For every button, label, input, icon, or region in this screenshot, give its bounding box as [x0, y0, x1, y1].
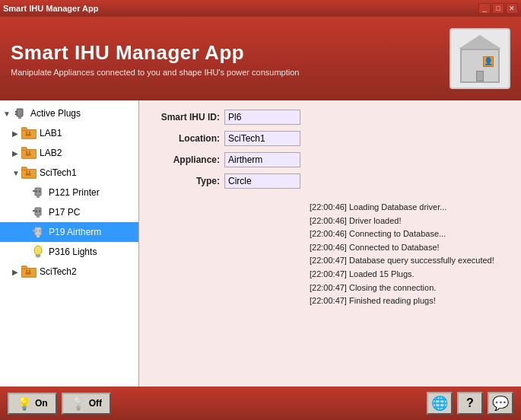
- svg-rect-13: [25, 154, 30, 156]
- title-bar-text: Smart IHU Manager App: [3, 4, 99, 13]
- bulb-svg: [30, 244, 46, 259]
- svg-rect-36: [37, 256, 40, 258]
- field-label-appliance: Appliance:: [151, 154, 220, 165]
- title-bar: Smart IHU Manager App _ □ ✕: [0, 0, 521, 17]
- left-panel: ▼ Active Plugs ▶: [0, 100, 139, 387]
- svg-rect-11: [26, 151, 27, 154]
- log-line-1: [22:00:46] Driver loaded!: [310, 215, 515, 228]
- p121-plug-icon: [30, 185, 46, 200]
- tree-lab2-label: LAB2: [40, 148, 62, 158]
- maximize-button[interactable]: □: [492, 3, 504, 14]
- tree-item-p17[interactable]: P17 PC: [0, 202, 138, 222]
- on-button[interactable]: 💡 On: [8, 393, 57, 415]
- active-plugs-icon: [12, 106, 27, 121]
- globe-icon: 🌐: [431, 395, 448, 412]
- minimize-button[interactable]: _: [478, 3, 491, 14]
- p316-bulb-icon: [30, 244, 46, 259]
- bottom-left-buttons: 💡 On 💡 Off: [8, 393, 111, 415]
- scitech1-folder-icon: [21, 165, 37, 180]
- bottom-right-icons: 🌐 ? 💬: [427, 392, 513, 415]
- svg-rect-10: [21, 148, 27, 151]
- help-icon: ?: [466, 396, 474, 410]
- app-title: Smart IHU Manager App: [11, 41, 299, 65]
- tree-lab1-label: LAB1: [40, 128, 62, 138]
- svg-line-38: [42, 246, 43, 247]
- svg-rect-21: [37, 196, 40, 198]
- tree-item-p121[interactable]: P121 Printer: [0, 183, 138, 202]
- tree-p17-label: P17 PC: [49, 207, 80, 218]
- svg-rect-7: [29, 131, 30, 134]
- title-bar-controls: _ □ ✕: [478, 3, 518, 14]
- field-input-appliance[interactable]: [224, 152, 300, 167]
- svg-point-34: [34, 246, 42, 255]
- svg-rect-17: [29, 170, 30, 173]
- log-line-2: [22:00:46] Connecting to Database...: [310, 228, 515, 241]
- tree-item-p19[interactable]: P19 Airtherm: [0, 222, 138, 242]
- tree-item-lab2[interactable]: ▶ LAB2: [0, 143, 138, 163]
- log-line-3: [22:00:46] Connected to Database!: [310, 241, 515, 255]
- svg-rect-18: [25, 173, 30, 176]
- svg-rect-32: [36, 230, 37, 232]
- main-content: ▼ Active Plugs ▶: [0, 100, 521, 387]
- tree-scitech2-label: SciTech2: [40, 266, 77, 277]
- detail-form: Smart IHU ID: Location: Appliance: Type:: [139, 100, 314, 198]
- off-bulb-icon: 💡: [71, 396, 86, 411]
- svg-rect-25: [33, 210, 35, 212]
- svg-rect-16: [26, 170, 27, 173]
- svg-rect-20: [33, 190, 35, 192]
- folder-svg: [21, 126, 37, 140]
- building-door: [476, 71, 484, 81]
- building-body: 👤: [460, 49, 500, 83]
- svg-rect-33: [39, 230, 40, 232]
- log-line-7: [22:00:47] Finished reading plugs!: [310, 294, 515, 308]
- lab1-toggle-icon: ▶: [12, 129, 21, 138]
- log-line-0: [22:00:46] Loading Database driver...: [310, 201, 515, 215]
- help-button[interactable]: ?: [457, 392, 483, 415]
- svg-rect-15: [21, 167, 27, 170]
- header: Smart IHU Manager App Manipulate Applian…: [0, 17, 521, 100]
- plug4-svg: [30, 224, 46, 240]
- folder4-svg: [21, 265, 37, 278]
- svg-rect-28: [39, 210, 40, 212]
- folder3-svg: [21, 166, 37, 180]
- folder2-svg: [21, 146, 37, 160]
- scitech2-toggle-icon: ▶: [12, 268, 21, 276]
- scitech1-toggle-icon: ▼: [12, 169, 21, 177]
- app-subtitle: Manipulate Appliances connected to you a…: [11, 68, 299, 77]
- tree-item-scitech2[interactable]: ▶ SciTech2: [0, 262, 138, 282]
- chat-icon: 💬: [492, 395, 509, 412]
- field-input-location[interactable]: [224, 131, 300, 146]
- tree-scitech1-label: SciTech1: [40, 167, 77, 178]
- bottom-bar: 💡 On 💡 Off 🌐 ? 💬: [0, 387, 521, 420]
- field-input-id[interactable]: [224, 110, 300, 125]
- tree-p19-label: P19 Airtherm: [49, 227, 101, 237]
- person-icon: 👤: [484, 57, 493, 65]
- off-button[interactable]: 💡 Off: [62, 393, 111, 415]
- off-label: Off: [89, 398, 102, 409]
- chat-button[interactable]: 💬: [488, 392, 513, 415]
- tree-item-p316[interactable]: P316 Lights: [0, 242, 138, 262]
- tree-item-lab1[interactable]: ▶ LAB1: [0, 123, 138, 143]
- close-button[interactable]: ✕: [506, 3, 518, 14]
- plug2-svg: [30, 185, 46, 200]
- p17-plug-icon: [30, 205, 46, 220]
- tree-item-scitech1[interactable]: ▼ SciTech1: [0, 163, 138, 183]
- on-label: On: [35, 398, 48, 409]
- p19-plug-icon: [30, 224, 46, 240]
- log-area: [22:00:46] Loading Database driver... [2…: [310, 201, 515, 308]
- tree-root-label: Active Plugs: [30, 108, 81, 119]
- globe-button[interactable]: 🌐: [427, 392, 453, 415]
- log-line-4: [22:00:47] Database query successfully e…: [310, 254, 515, 268]
- building-roof: [459, 35, 501, 49]
- log-line-5: [22:00:47] Loaded 15 Plugs.: [310, 268, 515, 282]
- svg-rect-44: [25, 272, 30, 275]
- plug-svg-icon: [12, 106, 27, 121]
- log-line-6: [22:00:47] Closing the connection.: [310, 282, 515, 295]
- svg-rect-8: [25, 134, 30, 136]
- tree-p121-label: P121 Printer: [49, 187, 100, 198]
- field-input-type[interactable]: [224, 173, 300, 189]
- plug3-svg: [30, 205, 46, 220]
- svg-rect-42: [26, 269, 27, 272]
- svg-rect-2: [15, 111, 17, 113]
- tree-root[interactable]: ▼ Active Plugs: [0, 103, 138, 123]
